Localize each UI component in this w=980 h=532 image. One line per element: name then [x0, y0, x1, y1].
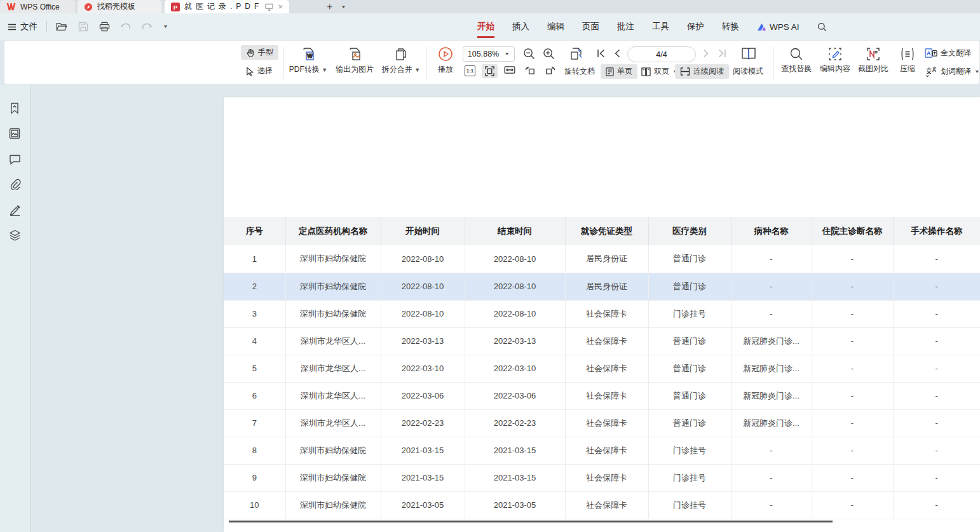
menu-tab-insert[interactable]: 插入 [503, 13, 538, 40]
menu-search-icon[interactable] [808, 13, 836, 40]
hand-tool-label: 手型 [258, 47, 273, 58]
play-button[interactable]: 播放 [432, 46, 459, 75]
table-cell: - [893, 382, 980, 409]
table-cell: 居民身份证 [565, 273, 648, 300]
menu-tab-home[interactable]: 开始 [468, 13, 503, 40]
menu-tab-comment[interactable]: 批注 [608, 13, 643, 40]
read-mode-icon[interactable] [740, 46, 757, 62]
rotate-doc-label[interactable]: 旋转文档 [564, 66, 595, 77]
compress-button[interactable]: 压缩 [893, 47, 922, 74]
last-page-button[interactable] [718, 49, 726, 58]
fit-width-button[interactable] [504, 66, 515, 74]
table-cell: 2021-03-15 [465, 464, 565, 491]
edit-content-icon [828, 47, 842, 61]
table-cell: 2021-03-15 [381, 437, 465, 464]
thumbnails-icon[interactable] [9, 128, 20, 139]
menu-tab-tools[interactable]: 工具 [643, 13, 678, 40]
annotate-pen-icon[interactable] [9, 204, 21, 216]
table-row: 4深圳市龙华区人...2022-03-132022-03-13社会保障卡普通门诊… [224, 327, 980, 355]
full-translate-button[interactable]: A 全文翻译 [925, 48, 971, 58]
rotate-left-button[interactable] [524, 65, 536, 76]
export-image-button[interactable]: 输出为图片 [331, 46, 378, 75]
zoom-in-button[interactable] [543, 48, 555, 60]
zoom-out-button[interactable] [523, 48, 535, 60]
word-translate-chevron-icon: ▼ [974, 69, 980, 74]
tab-list-chevron-icon[interactable]: ▼ [341, 4, 346, 10]
table-cell: 社会保障卡 [565, 382, 648, 409]
table-cell: 新冠肺炎门诊... [731, 355, 812, 382]
close-tab-icon[interactable]: × [278, 2, 283, 11]
table-cell: - [893, 355, 980, 382]
layers-icon[interactable] [9, 229, 21, 242]
menu-tab-convert[interactable]: 转换 [713, 13, 748, 40]
split-merge-button[interactable]: 拆分合并 ▼ [378, 46, 424, 75]
ribbon-toolbar: 手型 选择 W PDF转换 ▼ 输出为图片 拆分合并 ▼ 播放 105.88% … [4, 40, 980, 85]
file-menu-button[interactable]: 文件 [8, 21, 37, 32]
table-cell: 新冠肺炎门诊... [731, 409, 812, 437]
table-header-row: 序号定点医药机构名称开始时间结束时间就诊凭证类型医疗类别病种名称住院主诊断名称手… [224, 217, 980, 245]
menu-tab-wps-ai[interactable]: WPS AI [748, 13, 808, 40]
table-cell: 2022-03-06 [381, 382, 465, 409]
next-page-button[interactable] [702, 49, 710, 58]
table-cell: 深圳市龙华区人... [285, 327, 381, 355]
present-mode-icon[interactable] [265, 3, 273, 11]
table-cell: 门诊挂号 [648, 437, 731, 464]
first-page-button[interactable] [597, 49, 606, 58]
table-cell: 深圳市龙华区人... [285, 355, 381, 382]
bookmarks-icon[interactable] [9, 102, 20, 114]
menu-tab-edit[interactable]: 编辑 [538, 13, 573, 40]
undo-icon[interactable] [121, 22, 131, 31]
print-icon[interactable] [99, 22, 110, 32]
quickbar-more-chevron-icon[interactable]: ▼ [163, 24, 168, 29]
edit-content-button[interactable]: 编辑内容 [817, 47, 854, 74]
find-replace-button[interactable]: 查找替换 [777, 47, 815, 74]
menu-tab-page[interactable]: 页面 [573, 13, 608, 40]
attachments-icon[interactable] [9, 179, 21, 190]
screenshot-compare-button[interactable]: 截图对比 [855, 47, 892, 74]
table-header-cell: 定点医药机构名称 [285, 217, 381, 245]
table-header-cell: 住院主诊断名称 [812, 217, 893, 245]
table-cell: 深圳市妇幼保健院 [285, 245, 381, 273]
table-cell: 4 [224, 327, 285, 355]
rotate-right-button[interactable] [545, 65, 556, 76]
table-cell: 2 [224, 273, 285, 300]
hand-tool-button[interactable]: 手型 [241, 45, 278, 60]
table-cell: 3 [224, 300, 285, 327]
table-cell: - [893, 464, 980, 491]
tab-docer-templates[interactable]: 找稻壳模板 [78, 0, 161, 13]
new-tab-button[interactable]: ＋ [325, 1, 334, 13]
document-workspace: 序号定点医药机构名称开始时间结束时间就诊凭证类型医疗类别病种名称住院主诊断名称手… [0, 85, 980, 532]
table-cell: 2022-08-10 [465, 245, 565, 273]
table-row: 6深圳市龙华区人...2022-03-062022-03-06社会保障卡普通门诊… [224, 382, 980, 409]
table-cell: 深圳市妇幼保健院 [285, 464, 381, 491]
single-page-button[interactable]: 单页 [601, 64, 637, 79]
comments-icon[interactable] [9, 154, 21, 165]
table-cell: - [812, 382, 893, 409]
table-cell: 普通门诊 [648, 273, 731, 300]
svg-text:W: W [307, 53, 313, 59]
table-cell: - [893, 437, 980, 464]
find-replace-icon [789, 47, 803, 61]
pdf-convert-button[interactable]: W PDF转换 ▼ [287, 46, 330, 75]
continuous-read-button[interactable]: 连续阅读 [675, 64, 729, 79]
zoom-level-select[interactable]: 105.88% ▼ [463, 46, 515, 62]
replace-pages-button[interactable] [569, 46, 585, 62]
menu-tab-protect[interactable]: 保护 [678, 13, 713, 40]
tab-wps-office[interactable]: WPS Office [0, 0, 75, 13]
play-icon [438, 46, 453, 62]
previous-page-button[interactable] [613, 49, 621, 58]
table-cell: - [731, 491, 812, 519]
page-indicator-input[interactable]: 4/4 [627, 46, 696, 62]
save-icon[interactable] [78, 22, 88, 32]
fit-page-button[interactable] [482, 64, 498, 78]
tab-document-active[interactable]: P 就医记录.PDF × [165, 0, 289, 13]
open-file-icon[interactable] [56, 22, 67, 32]
redo-icon[interactable] [142, 22, 152, 31]
zoom-chevron-icon: ▼ [504, 51, 510, 57]
table-cell: - [893, 273, 980, 300]
table-cell: 2022-02-23 [465, 409, 565, 437]
read-mode-label[interactable]: 阅读模式 [733, 66, 763, 77]
actual-size-button[interactable]: 1:1 [465, 65, 475, 76]
select-tool-button[interactable]: 选择 [241, 64, 278, 78]
word-translate-button[interactable]: A 划词翻译 ▼ [925, 66, 980, 77]
